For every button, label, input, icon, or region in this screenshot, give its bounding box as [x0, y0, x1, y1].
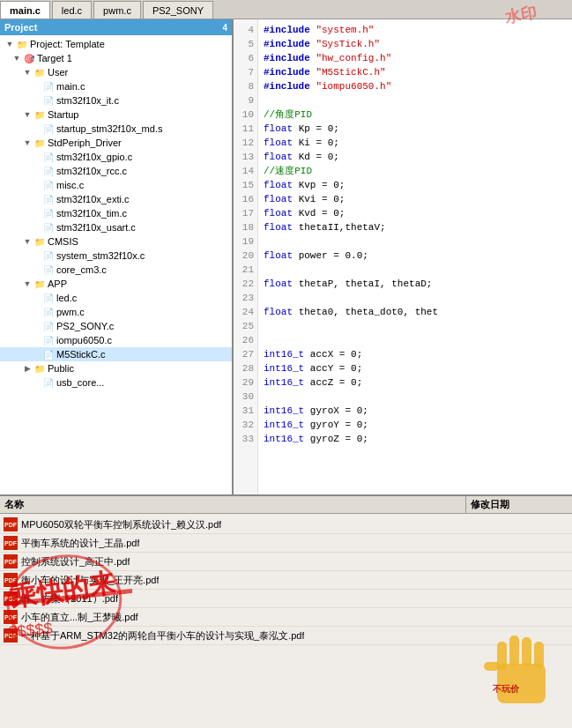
- ln-33: 33: [234, 432, 257, 446]
- ln-19: 19: [234, 234, 257, 249]
- ln-9: 9: [234, 93, 257, 108]
- tree-folder-public[interactable]: ▶ 📁 Public: [0, 361, 232, 375]
- list-item-0[interactable]: PDF MPU6050双轮平衡车控制系统设计_赖义汉.pdf: [0, 516, 572, 534]
- expand-icon-user: ▼: [21, 66, 33, 78]
- code-line-18: float thetaII,thetaV;: [264, 220, 567, 234]
- code-line-14: //速度PID: [264, 164, 567, 178]
- tree-file-stm32it[interactable]: 📄 stm32f10x_it.c: [0, 93, 232, 108]
- tree-folder-user[interactable]: ▼ 📁 User: [0, 65, 232, 79]
- tree-file-exti[interactable]: 📄 stm32f10x_exti.c: [0, 192, 232, 206]
- tree-file-ledc[interactable]: 📄 led.c: [0, 291, 232, 305]
- pdf-icon-0: PDF: [4, 517, 18, 531]
- file-name-0: MPU6050双轮平衡车控制系统设计_赖义汉.pdf: [21, 518, 221, 531]
- folder-icon-cmsis: 📁: [33, 235, 46, 248]
- ln-30: 30: [234, 390, 257, 404]
- tree-folder-stdperiph[interactable]: ▼ 📁 StdPeriph_Driver: [0, 136, 232, 150]
- ln-24: 24: [234, 305, 257, 319]
- code-line-4: #include "system.h": [264, 23, 567, 37]
- ln-27: 27: [234, 347, 257, 361]
- tree-target1-label: Target 1: [35, 53, 72, 63]
- tree-file-misc[interactable]: 📄 misc.c: [0, 178, 232, 192]
- list-item-1[interactable]: PDF 平衡车系统的设计_王晶.pdf: [0, 534, 572, 553]
- tree-file-system-label: system_stm32f10x.c: [55, 250, 145, 261]
- line-numbers: 4 5 6 7 8 9 10 11 12 13 14 15 16 17 18 1…: [234, 19, 258, 494]
- tree-folder-user-label: User: [46, 67, 68, 78]
- tree-file-usart-label: stm32f10x_usart.c: [55, 222, 136, 233]
- ln-29: 29: [234, 375, 257, 390]
- tree-file-corecm3-label: core_cm3.c: [55, 264, 107, 275]
- file-icon-m5stickc: 📄: [42, 348, 55, 360]
- ln-20: 20: [234, 249, 257, 263]
- project-tree[interactable]: ▼ 📁 Project: Template ▼ 🎯 Target 1 ▼ 📁: [0, 35, 232, 494]
- code-line-29: int16_t accZ = 0;: [264, 375, 567, 390]
- expand-icon-stdperiph: ▼: [21, 137, 33, 149]
- tree-root[interactable]: ▼ 📁 Project: Template: [0, 37, 232, 51]
- code-line-23: [264, 291, 567, 305]
- tab-main-c-label: main.c: [10, 5, 41, 16]
- tree-file-mainc[interactable]: 📄 main.c: [0, 79, 232, 93]
- tree-file-gpio[interactable]: 📄 stm32f10x_gpio.c: [0, 150, 232, 164]
- tree-file-tim[interactable]: 📄 stm32f10x_tim.c: [0, 206, 232, 220]
- project-header-title: Project: [4, 22, 37, 33]
- code-line-31: int16_t gyroX = 0;: [264, 404, 567, 418]
- tree-file-system[interactable]: 📄 system_stm32f10x.c: [0, 249, 232, 263]
- tab-pwm-c[interactable]: pwm.c: [93, 1, 141, 19]
- tab-ps2-sony[interactable]: PS2_SONY: [143, 1, 213, 19]
- pdf-icon-1: PDF: [4, 536, 18, 550]
- tree-file-rcc[interactable]: 📄 stm32f10x_rcc.c: [0, 164, 232, 178]
- code-line-6: #include "hw_config.h": [264, 51, 567, 65]
- expand-icon-target1: ▼: [11, 52, 23, 64]
- code-line-22: float thetaP, thetaI, thetaD;: [264, 277, 567, 291]
- folder-icon-app: 📁: [33, 278, 46, 290]
- tab-led-c[interactable]: led.c: [52, 1, 92, 19]
- tree-file-gpio-label: stm32f10x_gpio.c: [55, 152, 132, 162]
- pdf-icon-3: PDF: [4, 573, 18, 587]
- tree-file-iompu[interactable]: 📄 iompu6050.c: [0, 333, 232, 347]
- ln-4: 4: [234, 23, 257, 37]
- list-item-5[interactable]: PDF 小车的直立...制_王梦曦.pdf: [0, 608, 572, 627]
- tree-file-ps2sony[interactable]: 📄 PS2_SONY.c: [0, 319, 232, 333]
- list-item-6[interactable]: PDF 一种基于ARM_STM32的两轮自平衡小车的设计与实现_泰泓文.pdf: [0, 627, 572, 645]
- ln-31: 31: [234, 404, 257, 418]
- tree-file-misc-label: misc.c: [55, 180, 84, 190]
- tree-file-ledc-label: led.c: [55, 293, 77, 303]
- code-line-5: #include "SysTick.h": [264, 37, 567, 51]
- ln-16: 16: [234, 192, 257, 206]
- tree-folder-cmsis[interactable]: ▼ 📁 CMSIS: [0, 234, 232, 249]
- code-line-30: [264, 390, 567, 404]
- ln-14: 14: [234, 164, 257, 178]
- file-icon-ps2sony: 📄: [42, 320, 55, 332]
- code-line-19: [264, 234, 567, 249]
- ln-26: 26: [234, 333, 257, 347]
- tree-target1[interactable]: ▼ 🎯 Target 1: [0, 51, 232, 65]
- list-item-4[interactable]: PDF 海... 方案（2011）.pdf: [0, 590, 572, 608]
- tree-file-corecm3[interactable]: 📄 core_cm3.c: [0, 263, 232, 277]
- file-name-4: 海... 方案（2011）.pdf: [21, 592, 118, 605]
- code-line-26: [264, 333, 567, 347]
- tab-main-c[interactable]: main.c: [0, 1, 50, 19]
- code-area[interactable]: 4 5 6 7 8 9 10 11 12 13 14 15 16 17 18 1…: [234, 19, 572, 494]
- project-panel: Project 4 ▼ 📁 Project: Template ▼ 🎯 Targ…: [0, 19, 234, 494]
- file-icon-startup: 📄: [42, 123, 55, 135]
- tree-folder-startup[interactable]: ▼ 📁 Startup: [0, 108, 232, 122]
- tree-file-usbcore[interactable]: 📄 usb_core...: [0, 375, 232, 390]
- tree-file-pwmc[interactable]: 📄 pwm.c: [0, 305, 232, 319]
- project-close-btn[interactable]: 4: [222, 23, 227, 33]
- file-name-2: 控制系统设计_高正中.pdf: [21, 555, 130, 568]
- file-list[interactable]: PDF MPU6050双轮平衡车控制系统设计_赖义汉.pdf PDF 平衡车系统…: [0, 514, 572, 728]
- list-item-3[interactable]: PDF 衡小车的设计与实现_王开亮.pdf: [0, 571, 572, 590]
- tree-folder-app[interactable]: ▼ 📁 APP: [0, 277, 232, 291]
- expand-icon-app: ▼: [21, 278, 33, 290]
- list-item-2[interactable]: PDF 控制系统设计_高正中.pdf: [0, 553, 572, 571]
- ln-11: 11: [234, 122, 257, 136]
- file-icon-ledc: 📄: [42, 292, 55, 304]
- tree-file-ps2sony-label: PS2_SONY.c: [55, 321, 114, 331]
- tree-file-startup[interactable]: 📄 startup_stm32f10x_md.s: [0, 122, 232, 136]
- tree-file-m5stickc[interactable]: 📄 M5StickC.c: [0, 347, 232, 361]
- tree-folder-startup-label: Startup: [46, 109, 78, 120]
- code-content[interactable]: #include "system.h" #include "SysTick.h"…: [258, 19, 572, 494]
- pdf-icon-4: PDF: [4, 591, 18, 605]
- ln-28: 28: [234, 361, 257, 375]
- tree-file-usart[interactable]: 📄 stm32f10x_usart.c: [0, 220, 232, 234]
- file-icon-usart: 📄: [42, 221, 55, 234]
